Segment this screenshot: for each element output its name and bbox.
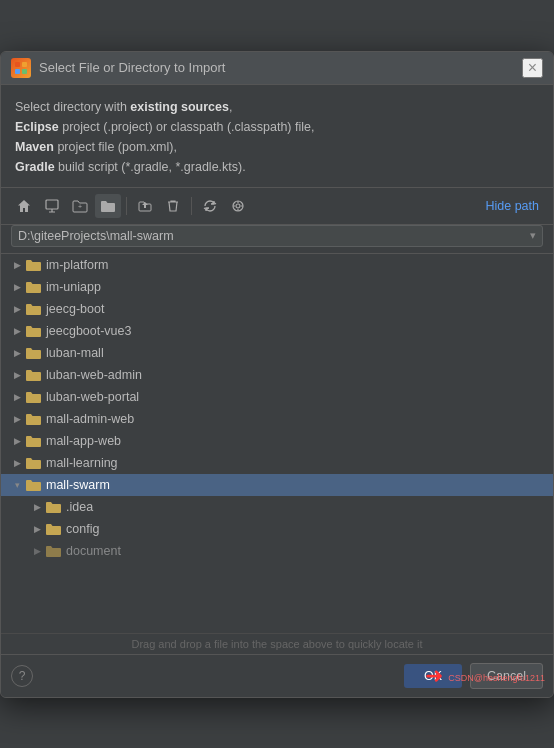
chevron-icon: ▶ bbox=[9, 367, 25, 383]
item-label: im-platform bbox=[46, 258, 109, 272]
item-label: config bbox=[66, 522, 99, 536]
svg-rect-0 bbox=[15, 62, 20, 67]
up-folder-button[interactable] bbox=[132, 194, 158, 218]
desc-line3: Maven project file (pom.xml), bbox=[15, 140, 177, 154]
tree-item-jeecg-boot[interactable]: ▶ jeecg-boot bbox=[1, 298, 553, 320]
chevron-icon: ▶ bbox=[9, 389, 25, 405]
folder-icon bbox=[25, 389, 41, 405]
svg-rect-4 bbox=[46, 200, 58, 209]
folder-icon bbox=[25, 345, 41, 361]
desc-line1: Select directory with existing sources, bbox=[15, 100, 232, 114]
folder-icon bbox=[25, 411, 41, 427]
folder-icon bbox=[25, 323, 41, 339]
tree-item-mall-swarm[interactable]: ▾ mall-swarm bbox=[1, 474, 553, 496]
tree-item-luban-web-portal[interactable]: ▶ luban-web-portal bbox=[1, 386, 553, 408]
drag-drop-hint: Drag and drop a file into the space abov… bbox=[1, 633, 553, 654]
chevron-icon: ▶ bbox=[29, 543, 45, 559]
folder-icon bbox=[25, 367, 41, 383]
folder-open-icon bbox=[25, 477, 41, 493]
folder-icon bbox=[25, 279, 41, 295]
separator-2 bbox=[191, 197, 192, 215]
desktop-button[interactable] bbox=[39, 194, 65, 218]
item-label: luban-web-admin bbox=[46, 368, 142, 382]
refresh-button[interactable] bbox=[197, 194, 223, 218]
folder-icon bbox=[45, 499, 61, 515]
tree-item-mall-admin-web[interactable]: ▶ mall-admin-web bbox=[1, 408, 553, 430]
chevron-icon: ▶ bbox=[9, 345, 25, 361]
chevron-icon: ▶ bbox=[9, 323, 25, 339]
folder-button[interactable] bbox=[95, 194, 121, 218]
folder-icon bbox=[25, 455, 41, 471]
item-label: mall-admin-web bbox=[46, 412, 134, 426]
item-label: luban-mall bbox=[46, 346, 104, 360]
path-bar[interactable]: D:\giteeProjects\mall-swarm ▾ bbox=[11, 225, 543, 247]
description-text: Select directory with existing sources, … bbox=[1, 85, 553, 188]
tree-item-mall-app-web[interactable]: ▶ mall-app-web bbox=[1, 430, 553, 452]
chevron-icon: ▶ bbox=[9, 301, 25, 317]
app-icon bbox=[11, 58, 31, 78]
ok-button[interactable]: OK bbox=[404, 664, 462, 688]
item-label: jeecgboot-vue3 bbox=[46, 324, 131, 338]
tree-item-idea[interactable]: ▶ .idea bbox=[1, 496, 553, 518]
svg-rect-3 bbox=[22, 69, 27, 74]
folder-icon bbox=[25, 301, 41, 317]
cancel-button[interactable]: Cancel bbox=[470, 663, 543, 689]
tree-item-jeecgboot-vue3[interactable]: ▶ jeecgboot-vue3 bbox=[1, 320, 553, 342]
item-label: im-uniapp bbox=[46, 280, 101, 294]
home-button[interactable] bbox=[11, 194, 37, 218]
folder-icon bbox=[25, 433, 41, 449]
hide-path-button[interactable]: Hide path bbox=[481, 197, 543, 215]
tree-item-luban-web-admin[interactable]: ▶ luban-web-admin bbox=[1, 364, 553, 386]
help-button[interactable]: ? bbox=[11, 665, 33, 687]
dialog: Select File or Directory to Import × Sel… bbox=[0, 51, 554, 698]
tree-item-im-platform[interactable]: ▶ im-platform bbox=[1, 254, 553, 276]
create-folder-button[interactable]: + bbox=[67, 194, 93, 218]
folder-icon bbox=[45, 521, 61, 537]
folder-icon bbox=[45, 543, 61, 559]
svg-text:+: + bbox=[78, 203, 82, 210]
desc-line2: Eclipse project (.project) or classpath … bbox=[15, 120, 314, 134]
path-text: D:\giteeProjects\mall-swarm bbox=[18, 229, 526, 243]
item-label: mall-swarm bbox=[46, 478, 110, 492]
dialog-title: Select File or Directory to Import bbox=[39, 60, 514, 75]
title-bar: Select File or Directory to Import × bbox=[1, 52, 553, 85]
tree-item-document[interactable]: ▶ document bbox=[1, 540, 553, 562]
folder-icon bbox=[25, 257, 41, 273]
chevron-icon: ▶ bbox=[9, 257, 25, 273]
delete-button[interactable] bbox=[160, 194, 186, 218]
item-label: document bbox=[66, 544, 121, 558]
chevron-icon: ▶ bbox=[29, 499, 45, 515]
close-button[interactable]: × bbox=[522, 58, 543, 78]
item-label: mall-app-web bbox=[46, 434, 121, 448]
item-label: .idea bbox=[66, 500, 93, 514]
file-tree: ▶ im-platform ▶ im-uniapp ▶ jeecg-boot ▶ bbox=[1, 253, 553, 633]
chevron-icon: ▾ bbox=[9, 477, 25, 493]
tree-item-im-uniapp[interactable]: ▶ im-uniapp bbox=[1, 276, 553, 298]
chevron-icon: ▶ bbox=[9, 411, 25, 427]
item-label: jeecg-boot bbox=[46, 302, 104, 316]
tree-item-config[interactable]: ▶ config bbox=[1, 518, 553, 540]
chevron-icon: ▶ bbox=[9, 455, 25, 471]
chevron-icon: ▶ bbox=[29, 521, 45, 537]
tree-item-mall-learning[interactable]: ▶ mall-learning bbox=[1, 452, 553, 474]
chevron-icon: ▶ bbox=[9, 433, 25, 449]
tree-item-luban-mall[interactable]: ▶ luban-mall bbox=[1, 342, 553, 364]
item-label: mall-learning bbox=[46, 456, 118, 470]
desc-line4: Gradle build script (*.gradle, *.gradle.… bbox=[15, 160, 246, 174]
path-chevron-icon[interactable]: ▾ bbox=[530, 229, 536, 242]
item-label: luban-web-portal bbox=[46, 390, 139, 404]
bottom-bar: ? OK Cancel bbox=[1, 654, 553, 697]
favorites-button[interactable] bbox=[225, 194, 251, 218]
svg-rect-2 bbox=[15, 69, 20, 74]
toolbar: + Hide path bbox=[1, 188, 553, 225]
svg-rect-1 bbox=[22, 62, 27, 67]
chevron-icon: ▶ bbox=[9, 279, 25, 295]
separator-1 bbox=[126, 197, 127, 215]
